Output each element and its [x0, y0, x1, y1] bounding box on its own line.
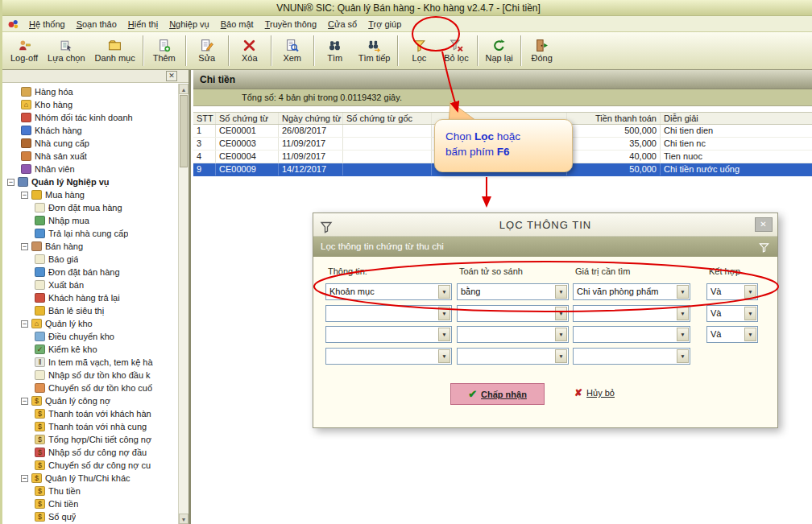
tree-item[interactable]: −$Quản lý công nợ	[2, 394, 178, 407]
tree-item[interactable]: −Mua hàng	[2, 188, 178, 201]
filter-combo[interactable]: ▼	[325, 348, 452, 365]
tree-item[interactable]: $Chuyển số dư công nợ cu	[2, 459, 178, 472]
chevron-down-icon[interactable]: ▼	[677, 307, 689, 320]
toolbar-button[interactable]: Nạp lại	[480, 34, 517, 68]
filter-combo[interactable]: ▼	[325, 326, 452, 343]
tree-item[interactable]: $Thanh toán với khách hàn	[2, 407, 178, 420]
filter-combo[interactable]: Khoản mục▼	[325, 283, 452, 300]
chevron-down-icon[interactable]: ▼	[438, 285, 450, 299]
toolbar-button[interactable]: Đóng	[524, 34, 561, 68]
tree-item[interactable]: Bán lẻ siêu thị	[2, 304, 178, 317]
column-header[interactable]: Tiền thanh toán	[567, 113, 661, 124]
collapse-icon[interactable]: −	[21, 243, 28, 250]
tree-item[interactable]: Xuất bán	[2, 279, 178, 291]
toolbar-button[interactable]: Xem	[274, 34, 311, 68]
menu-item[interactable]: Truyền thông	[259, 18, 322, 31]
tree-item[interactable]: Chuyển số dư tồn kho cuố	[2, 382, 178, 394]
tree-scrollbar[interactable]: ▲ ▼	[178, 84, 188, 524]
tree-item[interactable]: −Bán hàng	[2, 240, 178, 253]
collapse-icon[interactable]: −	[7, 179, 14, 186]
scroll-down-icon[interactable]: ▼	[179, 514, 188, 524]
toolbar-button[interactable]: Sửa	[188, 34, 226, 68]
toolbar-button[interactable]: Danh mục	[90, 34, 140, 68]
tree-item[interactable]: Nhân viên	[2, 163, 178, 175]
tree-item[interactable]: $Sổ quỹ	[2, 510, 178, 523]
filter-combo[interactable]: ▼	[457, 348, 569, 365]
toolbar-button[interactable]: Thêm	[146, 34, 183, 68]
filter-combo[interactable]: ▼	[573, 305, 690, 322]
tree-item[interactable]: −Quản lý Nghiệp vụ	[2, 175, 178, 188]
filter-combo[interactable]: Và▼	[706, 283, 758, 300]
chevron-down-icon[interactable]: ▼	[744, 285, 756, 299]
tree-item[interactable]: $Tổng hợp/Chi tiết công nợ	[2, 433, 178, 446]
tree-item[interactable]: ‖In tem mã vạch, tem kệ hà	[2, 356, 178, 369]
column-header[interactable]: Số chứng từ	[216, 113, 279, 124]
collapse-icon[interactable]: −	[21, 320, 28, 328]
filter-combo[interactable]: ▼	[573, 326, 690, 343]
tree-item[interactable]: Nhóm đối tác kinh doanh	[2, 111, 178, 124]
column-header[interactable]: Ngày chứng từ	[279, 113, 343, 124]
tree-item[interactable]: Khách hàng	[2, 124, 178, 137]
chevron-down-icon[interactable]: ▼	[438, 328, 450, 341]
menu-item[interactable]: Trợ giúp	[362, 18, 407, 31]
tree-item[interactable]: −⌂Quản lý kho	[2, 317, 178, 330]
tree-item[interactable]: Nhập mua	[2, 214, 178, 227]
tree-item[interactable]: ⌂Kho hàng	[2, 98, 178, 111]
chevron-down-icon[interactable]: ▼	[677, 285, 689, 299]
filter-combo[interactable]: Và▼	[706, 305, 758, 322]
chevron-down-icon[interactable]: ▼	[744, 328, 756, 341]
toolbar-button[interactable]: Lọc	[400, 34, 437, 68]
menu-item[interactable]: Bảo mật	[215, 18, 259, 31]
tree-item[interactable]: ✓Kiểm kê kho	[2, 343, 178, 356]
column-header[interactable]: STT	[193, 113, 216, 124]
accept-button[interactable]: ✔Chấp nhận	[450, 383, 545, 405]
toolbar-button[interactable]: Log-off	[6, 34, 43, 68]
tree-item[interactable]: Nhà sản xuất	[2, 150, 178, 163]
chevron-down-icon[interactable]: ▼	[744, 307, 756, 320]
menu-item[interactable]: Hệ thống	[23, 18, 71, 31]
toolbar-button[interactable]: Lựa chọn	[43, 34, 90, 68]
tree-item[interactable]: Báo giá	[2, 253, 178, 266]
menu-item[interactable]: Soạn thảo	[71, 18, 122, 31]
tree-item[interactable]: Trả lại nhà cung cấp	[2, 227, 178, 240]
chevron-down-icon[interactable]: ▼	[555, 307, 567, 320]
chevron-down-icon[interactable]: ▼	[438, 349, 450, 363]
tree-item[interactable]: −$Quản lý Thu/Chi khác	[2, 472, 178, 485]
scroll-thumb[interactable]	[180, 95, 188, 167]
filter-combo[interactable]: Chi văn phòng phẩm▼	[573, 283, 690, 300]
collapse-icon[interactable]: −	[21, 398, 28, 405]
chevron-down-icon[interactable]: ▼	[555, 328, 567, 341]
tree-item[interactable]: $Thu tiền	[2, 485, 178, 497]
filter-combo[interactable]: ▼	[457, 326, 569, 343]
tree-item[interactable]: $Nhập số dư công nợ đầu	[2, 446, 178, 459]
sidebar-close-icon[interactable]: ✕	[166, 71, 177, 81]
toolbar-button[interactable]: Bỏ lọc	[437, 34, 474, 68]
scroll-up-icon[interactable]: ▲	[179, 84, 188, 94]
tree-item[interactable]: Đơn đặt mua hàng	[2, 201, 178, 214]
tree-item[interactable]: $Chi tiền	[2, 497, 178, 510]
menu-item[interactable]: Hiển thị	[122, 18, 164, 31]
menu-item[interactable]: Cửa sổ	[322, 18, 362, 31]
column-header[interactable]: Diễn giải	[661, 113, 812, 124]
dialog-close-icon[interactable]: ✕	[755, 217, 773, 232]
menu-item[interactable]: Nghiệp vụ	[164, 18, 215, 31]
filter-combo[interactable]: ▼	[573, 348, 690, 365]
chevron-down-icon[interactable]: ▼	[555, 349, 567, 363]
filter-combo[interactable]: Và▼	[706, 326, 758, 343]
chevron-down-icon[interactable]: ▼	[555, 285, 567, 299]
tree-item[interactable]: Hàng hóa	[2, 85, 178, 98]
cancel-button[interactable]: ✘Hủy bỏ	[560, 383, 629, 405]
tree-item[interactable]: Đơn đặt bán hàng	[2, 266, 178, 279]
collapse-icon[interactable]: −	[21, 475, 28, 482]
chevron-down-icon[interactable]: ▼	[677, 328, 689, 341]
tree-item[interactable]: Khách hàng trả lại	[2, 291, 178, 304]
filter-combo[interactable]: ▼	[457, 305, 569, 322]
collapse-icon[interactable]: −	[21, 192, 28, 199]
chevron-down-icon[interactable]: ▼	[677, 349, 689, 363]
tree-item[interactable]: Nhà cung cấp	[2, 137, 178, 150]
toolbar-button[interactable]: Tìm tiếp	[354, 34, 396, 68]
filter-combo[interactable]: ▼	[325, 305, 452, 322]
tree-item[interactable]: Điều chuyển kho	[2, 330, 178, 343]
filter-combo[interactable]: bằng▼	[457, 283, 569, 300]
chevron-down-icon[interactable]: ▼	[438, 307, 450, 320]
